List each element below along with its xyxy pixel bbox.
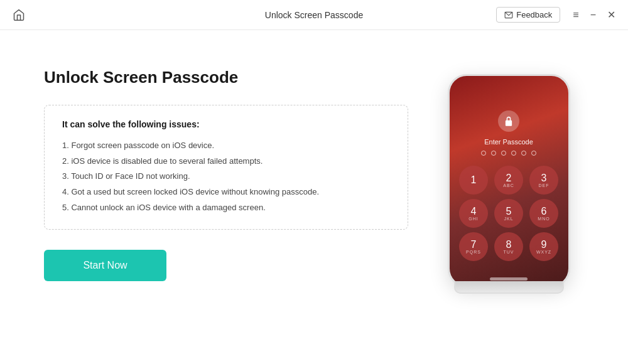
num-btn-1: 1 xyxy=(459,166,488,195)
num-btn-7: 7PQRS xyxy=(459,232,488,261)
passcode-dots xyxy=(481,151,536,156)
menu-icon: ≡ xyxy=(573,9,578,21)
right-panel: Enter Passcode 1 2ABC 3DEF 4GHI xyxy=(433,68,584,287)
home-button[interactable] xyxy=(10,8,28,23)
close-icon: ✕ xyxy=(607,9,615,21)
mail-icon xyxy=(504,11,513,19)
title-bar-right: Feedback ≡ − ✕ xyxy=(496,7,618,23)
dot-2 xyxy=(491,151,496,156)
issues-title: It can solve the following issues: xyxy=(62,119,390,129)
lock-icon xyxy=(504,115,514,127)
list-item: 3. Touch ID or Face ID not working. xyxy=(62,169,390,185)
dot-6 xyxy=(531,151,536,156)
numpad: 1 2ABC 3DEF 4GHI 5JKL 6MNO 7PQRS 8TUV 9W… xyxy=(450,166,568,261)
close-button[interactable]: ✕ xyxy=(605,8,618,22)
list-item: 4. Got a used but screen locked iOS devi… xyxy=(62,185,390,200)
list-item: 1. Forgot screen passcode on iOS device. xyxy=(62,138,390,154)
dot-3 xyxy=(501,151,506,156)
phone-base xyxy=(454,281,564,294)
title-bar: Unlock Screen Passcode Feedback ≡ − ✕ xyxy=(0,0,628,30)
num-btn-3: 3DEF xyxy=(529,166,558,195)
feedback-label: Feedback xyxy=(516,10,552,19)
num-btn-9: 9WXYZ xyxy=(529,232,558,261)
phone-body: Enter Passcode 1 2ABC 3DEF 4GHI xyxy=(448,74,570,287)
num-btn-5: 5JKL xyxy=(494,199,523,228)
num-btn-8: 8TUV xyxy=(494,232,523,261)
title-bar-left xyxy=(10,8,28,23)
minimize-button[interactable]: − xyxy=(588,8,598,22)
num-btn-6: 6MNO xyxy=(529,199,558,228)
issues-box: It can solve the following issues: 1. Fo… xyxy=(44,105,408,230)
lock-icon-container xyxy=(498,110,519,132)
num-btn-4: 4GHI xyxy=(459,199,488,228)
enter-passcode-text: Enter Passcode xyxy=(484,138,533,146)
list-item: 2. iOS device is disabled due to several… xyxy=(62,154,390,169)
phone-screen: Enter Passcode 1 2ABC 3DEF 4GHI xyxy=(450,76,568,286)
phone-illustration: Enter Passcode 1 2ABC 3DEF 4GHI xyxy=(448,74,570,287)
main-content: Unlock Screen Passcode It can solve the … xyxy=(0,30,628,364)
menu-button[interactable]: ≡ xyxy=(570,8,581,22)
window-title-text: Unlock Screen Passcode xyxy=(265,10,363,20)
dot-4 xyxy=(511,151,516,156)
phone-home-bar xyxy=(490,277,528,281)
dot-1 xyxy=(481,151,486,156)
start-now-button[interactable]: Start Now xyxy=(44,250,166,281)
list-item: 5. Cannot unlock an iOS device with a da… xyxy=(62,200,390,216)
feedback-button[interactable]: Feedback xyxy=(496,7,560,23)
num-btn-2: 2ABC xyxy=(494,166,523,195)
page-title: Unlock Screen Passcode xyxy=(44,68,408,87)
dot-5 xyxy=(521,151,526,156)
svg-rect-1 xyxy=(506,120,512,126)
left-panel: Unlock Screen Passcode It can solve the … xyxy=(44,68,433,281)
home-icon xyxy=(13,9,25,21)
minimize-icon: − xyxy=(590,9,596,21)
window-controls: ≡ − ✕ xyxy=(570,8,618,22)
window-title: Unlock Screen Passcode xyxy=(265,10,363,20)
issues-list: 1. Forgot screen passcode on iOS device.… xyxy=(62,138,390,215)
